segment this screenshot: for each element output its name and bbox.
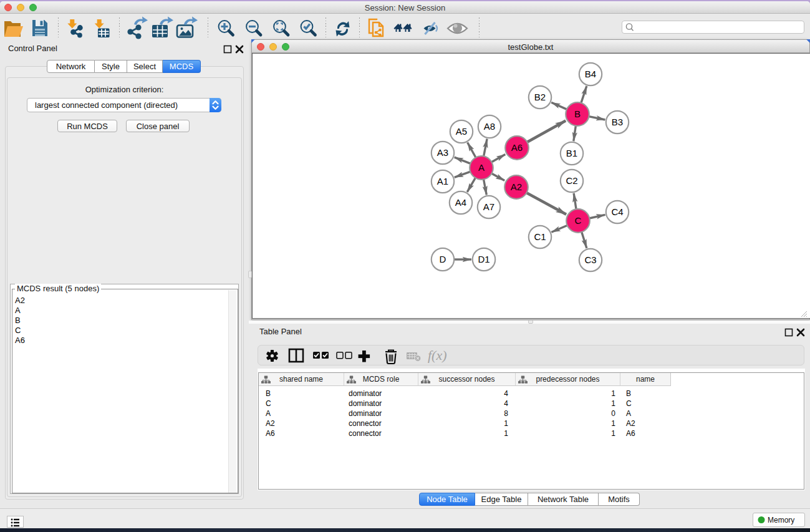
- svg-text:A6: A6: [511, 142, 523, 153]
- svg-text:D: D: [440, 254, 446, 264]
- svg-text:B1: B1: [566, 148, 577, 158]
- svg-text:A2: A2: [511, 181, 522, 192]
- svg-text:A8: A8: [484, 121, 495, 132]
- svg-text:A4: A4: [455, 197, 466, 208]
- svg-text:C2: C2: [566, 175, 577, 186]
- svg-text:A1: A1: [437, 176, 448, 186]
- svg-text:B: B: [574, 109, 581, 119]
- svg-text:Memory: Memory: [768, 516, 794, 525]
- svg-text:C4: C4: [611, 206, 623, 217]
- svg-text:A3: A3: [437, 147, 448, 158]
- svg-text:A: A: [478, 162, 485, 173]
- svg-text:A5: A5: [456, 126, 467, 137]
- svg-text:C1: C1: [534, 231, 546, 242]
- svg-text:C3: C3: [584, 254, 596, 265]
- svg-text:C: C: [575, 215, 582, 226]
- svg-text:f(x): f(x): [428, 347, 447, 363]
- svg-text:B4: B4: [585, 69, 596, 79]
- svg-text:B2: B2: [534, 92, 546, 102]
- svg-text:A7: A7: [483, 201, 494, 212]
- svg-text:D1: D1: [478, 254, 489, 264]
- svg-text:B3: B3: [612, 117, 623, 127]
